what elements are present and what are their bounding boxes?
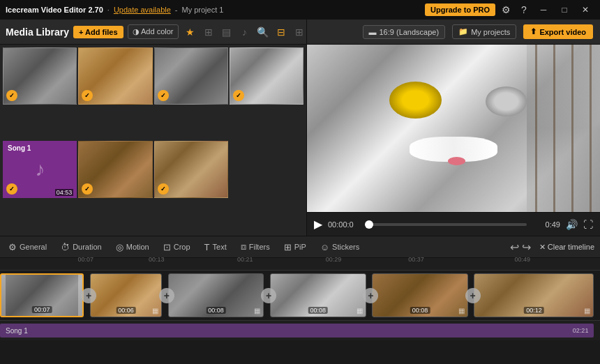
- close-x-icon: ✕: [539, 243, 546, 252]
- timeline-ruler: 00:07 00:13 00:21 00:29 00:37 00:49: [0, 258, 600, 271]
- audio-track-bar[interactable]: Song 1 02:21: [0, 324, 594, 338]
- image-icon[interactable]: ▤: [219, 24, 234, 40]
- circle-icon: ◑: [133, 27, 140, 36]
- preview-header: ▬ 16:9 (Landscape) 📁 My projects ⬆ Expor…: [307, 20, 600, 45]
- thumb-check-2: ✓: [82, 90, 93, 101]
- video-track: 00:07 + ▦ 00:06 + ▦ 00:08 + ▦ 00: [0, 271, 600, 321]
- timeline-clip-3[interactable]: ▦ 00:08: [168, 273, 264, 317]
- progress-thumb[interactable]: [365, 220, 373, 229]
- timeline-clip-5[interactable]: ▦ 00:08: [372, 273, 468, 317]
- folder-icon: 📁: [458, 27, 468, 36]
- main-container: Media Library + Add files ◑ Add color ★ …: [0, 20, 600, 364]
- clip-duration-4: 00:08: [308, 307, 329, 314]
- current-time-display: 00:00:0: [328, 220, 359, 229]
- update-link[interactable]: Update available: [114, 6, 171, 14]
- add-between-1-2[interactable]: +: [81, 288, 96, 303]
- add-between-4-5[interactable]: +: [363, 288, 378, 303]
- text-tool[interactable]: T Text: [202, 241, 230, 254]
- volume-icon[interactable]: 🔊: [566, 219, 578, 230]
- undo-button[interactable]: ↩: [510, 241, 519, 254]
- search-icon[interactable]: 🔍: [255, 24, 271, 40]
- cat-nose: [448, 157, 465, 165]
- title-bar: Icecream Video Editor 2.70 · Update avai…: [0, 0, 600, 20]
- timeline-clip-2[interactable]: ▦ 00:06: [90, 273, 162, 317]
- minimize-button[interactable]: ─: [534, 2, 553, 17]
- pip-icon: ⊞: [284, 242, 292, 252]
- upgrade-button[interactable]: Upgrade to PRO: [425, 3, 495, 16]
- stickers-tool[interactable]: ☺ Stickers: [317, 241, 362, 254]
- add-files-button[interactable]: + Add files: [73, 26, 123, 38]
- list-view-icon[interactable]: ⊞: [292, 24, 307, 40]
- duration-tool[interactable]: ⏱ Duration: [58, 241, 105, 254]
- filters-tool[interactable]: ⧈ Filters: [238, 240, 273, 254]
- add-color-button[interactable]: ◑ Add color: [128, 24, 179, 39]
- undo-redo-group: ↩ ↪: [510, 241, 531, 254]
- timeline-clip-6[interactable]: ▦ 00:12: [474, 273, 594, 317]
- song-label: Song 1: [8, 144, 31, 152]
- grid-view-icon[interactable]: ⊟: [273, 24, 289, 40]
- preview-video: [307, 45, 600, 212]
- clip-duration-1: 00:07: [32, 306, 52, 313]
- filters-icon: ⧈: [241, 241, 246, 252]
- progress-bar[interactable]: [365, 223, 527, 226]
- cage-bars: [527, 45, 600, 212]
- add-between-2-3[interactable]: +: [159, 288, 174, 303]
- preview-controls: ▶ 00:00:0 0:49 🔊 ⛶: [307, 212, 600, 236]
- add-between-3-4[interactable]: +: [261, 288, 276, 303]
- star-icon[interactable]: ★: [183, 24, 198, 40]
- thumb-check-5: ✓: [82, 183, 93, 195]
- timeline-toolbar: ⚙ General ⏱ Duration ◎ Motion ⊡ Crop T T…: [0, 236, 600, 258]
- export-video-button[interactable]: ⬆ Export video: [523, 24, 593, 39]
- motion-tool[interactable]: ◎ Motion: [113, 241, 152, 254]
- media-thumb-2[interactable]: ✓: [78, 47, 152, 105]
- thumb-check-6: ✓: [158, 183, 169, 195]
- add-between-5-6[interactable]: +: [465, 288, 481, 303]
- preview-right-buttons: 🔊 ⛶: [566, 219, 593, 230]
- timeline-clip-1[interactable]: 00:07: [0, 273, 84, 317]
- maximize-button[interactable]: □: [555, 2, 573, 17]
- help-icon[interactable]: ?: [516, 2, 532, 17]
- bar-1: [535, 45, 537, 212]
- media-thumb-6[interactable]: ✓: [154, 141, 228, 198]
- play-button[interactable]: ▶: [314, 218, 322, 231]
- general-tool[interactable]: ⚙ General: [6, 241, 50, 254]
- ruler-mark-5: 00:37: [408, 256, 424, 263]
- filmstrip-icon-4: ▦: [357, 307, 363, 314]
- title-separator: -: [175, 6, 178, 14]
- media-thumb-3[interactable]: ✓: [154, 47, 228, 105]
- clock-icon: ⏱: [61, 242, 70, 252]
- title-bar-left: Icecream Video Editor 2.70 · Update avai…: [6, 6, 223, 14]
- sticker-icon: ☺: [320, 242, 329, 252]
- gear-small-icon: ⚙: [8, 242, 17, 252]
- crop-tool[interactable]: ⊡ Crop: [160, 241, 193, 254]
- ruler-mark-2: 00:13: [149, 256, 165, 263]
- aspect-ratio-icon: ▬: [369, 28, 377, 36]
- grid-icon[interactable]: ⊞: [201, 24, 216, 40]
- redo-button[interactable]: ↪: [522, 241, 531, 254]
- my-projects-button[interactable]: 📁 My projects: [452, 24, 516, 39]
- media-library: Media Library + Add files ◑ Add color ★ …: [0, 20, 307, 236]
- clip-handle-left-1[interactable]: [1, 275, 6, 316]
- media-library-title: Media Library: [6, 26, 69, 38]
- audio-track-duration: 02:21: [573, 327, 589, 334]
- media-thumb-4[interactable]: ✓: [230, 47, 303, 105]
- separator: ·: [107, 6, 110, 14]
- media-library-header: Media Library + Add files ◑ Add color ★ …: [0, 20, 306, 45]
- media-thumb-1[interactable]: ✓: [3, 47, 77, 105]
- motion-icon: ◎: [116, 242, 123, 252]
- timeline-section: ⚙ General ⏱ Duration ◎ Motion ⊡ Crop T T…: [0, 236, 600, 364]
- clear-timeline-button[interactable]: ✕ Clear timeline: [539, 243, 594, 252]
- close-button[interactable]: ✕: [576, 2, 594, 17]
- app-name: Icecream Video Editor 2.70: [6, 6, 103, 14]
- media-thumb-5[interactable]: ✓: [78, 141, 152, 198]
- pip-tool[interactable]: ⊞ PiP: [281, 241, 309, 254]
- filmstrip-icon-5: ▦: [458, 307, 465, 314]
- media-thumb-song[interactable]: Song 1 ♪ ✓ 04:53: [3, 141, 77, 198]
- audio-track: Song 1 02:21: [0, 321, 600, 340]
- settings-icon[interactable]: ⚙: [498, 2, 513, 17]
- media-toolbar-icons: ★ ⊞ ▤ ♪ 🔍 ⊟ ⊞ ‹: [183, 24, 325, 40]
- timeline-clip-4[interactable]: ▦ 00:08: [270, 273, 366, 317]
- fullscreen-icon[interactable]: ⛶: [583, 219, 593, 230]
- aspect-ratio-button[interactable]: ▬ 16:9 (Landscape): [363, 25, 446, 39]
- music-icon[interactable]: ♪: [237, 24, 253, 40]
